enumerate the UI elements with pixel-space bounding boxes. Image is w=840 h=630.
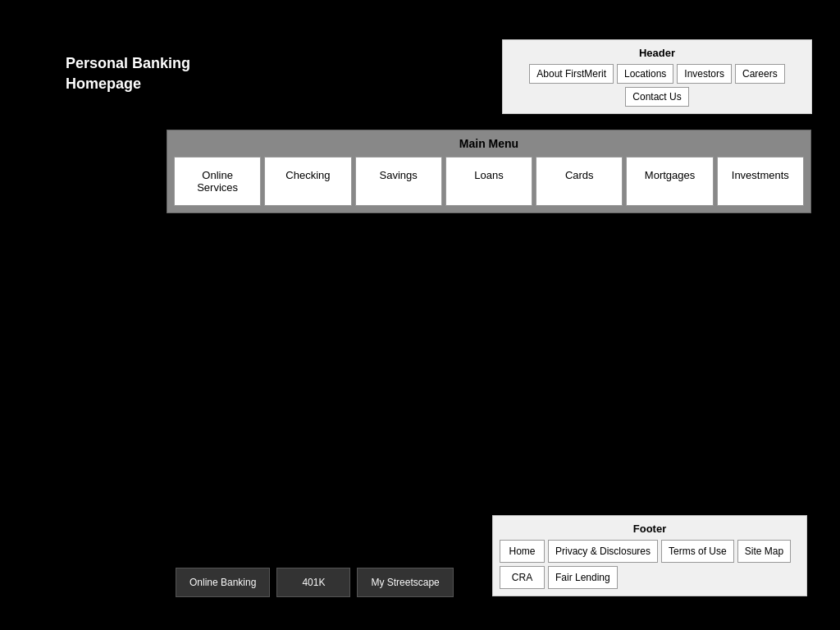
header-nav-item-locations[interactable]: Locations	[617, 64, 673, 84]
bottom-links: Online Banking401KMy Streetscape	[176, 568, 454, 597]
header-nav-item-careers[interactable]: Careers	[735, 64, 785, 84]
main-menu-item-checking[interactable]: Checking	[264, 157, 351, 206]
main-menu-item-investments[interactable]: Investments	[717, 157, 804, 206]
main-menu-item-mortgages[interactable]: Mortgages	[626, 157, 713, 206]
footer-nav-item-home[interactable]: Home	[500, 540, 545, 563]
main-menu-title: Main Menu	[174, 137, 804, 150]
main-menu-item-savings[interactable]: Savings	[355, 157, 442, 206]
footer-box: Footer HomePrivacy & DisclosuresTerms of…	[492, 515, 807, 596]
main-menu-nav: Online ServicesCheckingSavingsLoansCards…	[174, 157, 804, 206]
footer-nav-item-cra[interactable]: CRA	[500, 566, 545, 589]
footer-nav-item-privacy[interactable]: Privacy & Disclosures	[548, 540, 658, 563]
main-menu-item-cards[interactable]: Cards	[536, 157, 623, 206]
footer-nav-item-sitemap[interactable]: Site Map	[737, 540, 791, 563]
header-box: Header About FirstMeritLocationsInvestor…	[502, 39, 812, 114]
main-menu-item-online-services[interactable]: Online Services	[174, 157, 261, 206]
footer-nav-item-terms[interactable]: Terms of Use	[661, 540, 734, 563]
header-nav-item-investors[interactable]: Investors	[677, 64, 732, 84]
page-title: Personal Banking Homepage	[66, 53, 190, 94]
bottom-link-streetscape[interactable]: My Streetscape	[357, 568, 453, 597]
footer-nav-item-fair-lending[interactable]: Fair Lending	[548, 566, 618, 589]
footer-title: Footer	[500, 523, 800, 535]
bottom-link-401k[interactable]: 401K	[276, 568, 350, 597]
header-nav-item-contact[interactable]: Contact Us	[625, 87, 688, 107]
footer-nav: HomePrivacy & DisclosuresTerms of UseSit…	[500, 540, 800, 589]
header-nav: About FirstMeritLocationsInvestorsCareer…	[509, 64, 805, 107]
header-title: Header	[509, 47, 805, 59]
header-nav-item-about[interactable]: About FirstMerit	[529, 64, 614, 84]
bottom-link-online-banking[interactable]: Online Banking	[176, 568, 270, 597]
main-menu-item-loans[interactable]: Loans	[445, 157, 532, 206]
main-menu-box: Main Menu Online ServicesCheckingSavings…	[167, 130, 811, 213]
